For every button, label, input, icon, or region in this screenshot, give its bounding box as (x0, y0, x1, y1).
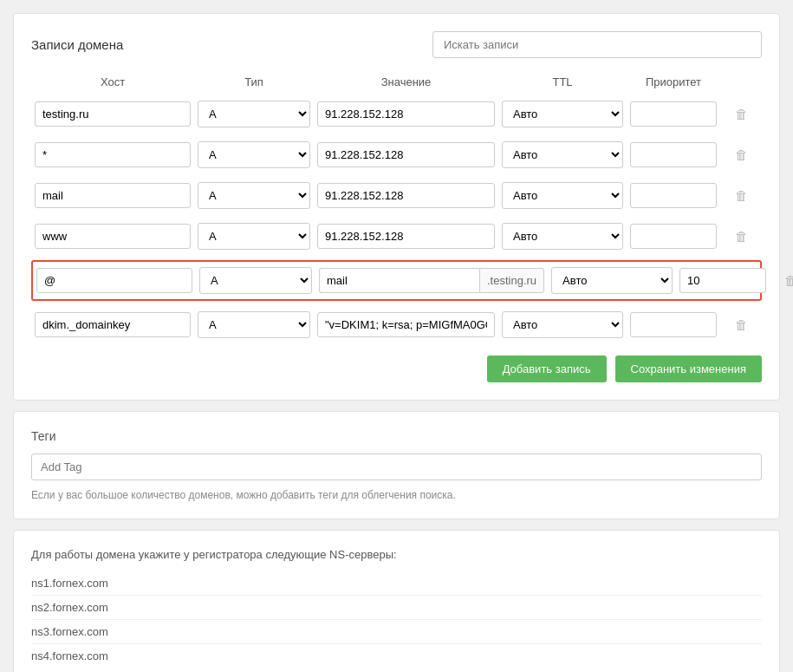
priority-input[interactable] (630, 312, 717, 337)
tags-title: Теги (31, 429, 762, 443)
priority-input[interactable] (630, 142, 717, 167)
value-input[interactable] (317, 312, 495, 337)
delete-button[interactable]: 🗑 (724, 103, 758, 125)
host-input[interactable] (36, 268, 192, 293)
ns-item: ns3.fornex.com (31, 620, 762, 644)
host-input[interactable] (35, 312, 191, 337)
delete-button[interactable]: 🗑 (773, 270, 793, 291)
ns-item: ns2.fornex.com (31, 596, 762, 620)
trash-icon: 🗑 (735, 188, 748, 203)
value-input[interactable] (317, 142, 495, 167)
ns-card: Для работы домена укажите у регистратора… (13, 530, 780, 672)
col-priority: Приоритет (630, 75, 717, 88)
type-select[interactable]: AAAAAMXTXTCNAME (198, 311, 310, 338)
type-select[interactable]: AAAAAMXTXTCNAME (199, 267, 312, 294)
ttl-select[interactable]: Авто3003600 (551, 267, 673, 294)
delete-button[interactable]: 🗑 (724, 225, 758, 247)
ns-list: ns1.fornex.comns2.fornex.comns3.fornex.c… (31, 571, 762, 668)
value-input[interactable] (317, 183, 495, 208)
priority-input[interactable] (630, 183, 717, 208)
search-input[interactable] (432, 31, 762, 58)
host-input[interactable] (35, 101, 191, 127)
ns-title: Для работы домена укажите у регистратора… (31, 548, 762, 561)
col-host: Хост (35, 75, 191, 88)
trash-icon: 🗑 (735, 147, 748, 162)
ns-item: ns4.fornex.com (31, 644, 762, 668)
trash-icon: 🗑 (784, 273, 793, 288)
delete-button[interactable]: 🗑 (724, 185, 758, 206)
value-input[interactable] (317, 101, 495, 127)
value-input[interactable] (317, 224, 495, 249)
table-row: AAAAAMXTXTCNAME Авто3003600 🗑 (31, 138, 762, 172)
ttl-select[interactable]: Авто3003600 (502, 182, 623, 209)
table-row: AAAAAMXTXTCNAME Авто3003600 🗑 (31, 97, 762, 131)
mx-value-input[interactable] (319, 268, 479, 293)
page-title: Записи домена (31, 37, 123, 52)
ns-item: ns1.fornex.com (31, 571, 762, 596)
trash-icon: 🗑 (735, 229, 748, 244)
delete-button[interactable]: 🗑 (724, 144, 758, 166)
type-select[interactable]: AAAAAMXTXTCNAME (198, 101, 310, 127)
type-select[interactable]: AAAAAMXTXTCNAME (198, 141, 310, 168)
table-row-mx-highlighted: AAAAAMXTXTCNAME .testing.ru Авто3003600 … (31, 260, 762, 301)
priority-input[interactable] (630, 101, 717, 127)
table-header: Хост Тип Значение TTL Приоритет (31, 75, 762, 88)
table-row: AAAAAMXTXTCNAME Авто3003600 🗑 (31, 219, 762, 253)
col-actions (724, 75, 758, 88)
tag-input[interactable] (31, 453, 762, 480)
priority-input[interactable] (679, 268, 766, 293)
ttl-select[interactable]: Авто3003600 (502, 311, 623, 338)
add-record-button[interactable]: Добавить запись (487, 356, 607, 382)
host-input[interactable] (35, 224, 191, 249)
ttl-select[interactable]: Авто3003600 (502, 223, 623, 250)
action-row: Добавить запись Сохранить изменения (31, 356, 762, 382)
col-ttl: TTL (502, 75, 623, 88)
type-select[interactable]: AAAAAMXTXTCNAME (198, 223, 310, 250)
ttl-select[interactable]: Авто3003600 (502, 101, 623, 127)
delete-button[interactable]: 🗑 (724, 314, 758, 336)
type-select[interactable]: AAAAAMXTXTCNAME (198, 182, 310, 209)
tags-card: Теги Если у вас большое количество домен… (13, 411, 780, 519)
ttl-select[interactable]: Авто3003600 (502, 141, 623, 168)
col-value: Значение (317, 75, 495, 88)
col-type: Тип (198, 75, 310, 88)
host-input[interactable] (35, 183, 191, 208)
table-row: AAAAAMXTXTCNAME Авто3003600 🗑 (31, 179, 762, 212)
save-changes-button[interactable]: Сохранить изменения (615, 356, 763, 382)
host-input[interactable] (35, 142, 191, 167)
dns-table: Хост Тип Значение TTL Приоритет AAAAAMXT… (31, 75, 762, 342)
priority-input[interactable] (630, 224, 717, 249)
trash-icon: 🗑 (735, 317, 748, 332)
trash-icon: 🗑 (735, 107, 748, 121)
tag-hint: Если у вас большое количество доменов, м… (31, 489, 762, 501)
table-row: AAAAAMXTXTCNAME Авто3003600 🗑 (31, 308, 762, 342)
mx-suffix: .testing.ru (479, 268, 544, 293)
mx-value-group: .testing.ru (319, 268, 544, 293)
